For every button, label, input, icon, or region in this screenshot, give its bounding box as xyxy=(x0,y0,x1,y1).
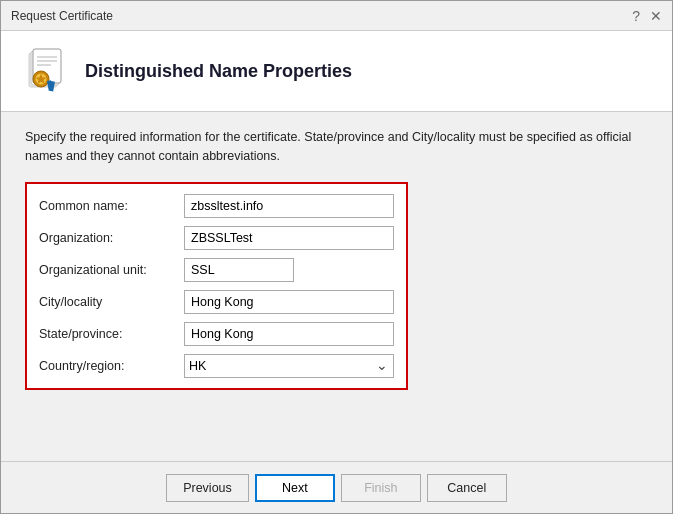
select-wrapper-country: HK US GB AU CA DE FR JP CN IN xyxy=(184,354,394,378)
form-row-organization: Organization: xyxy=(39,226,394,250)
close-button[interactable]: ✕ xyxy=(650,8,662,24)
input-state[interactable] xyxy=(184,322,394,346)
input-common-name[interactable] xyxy=(184,194,394,218)
body-section: Specify the required information for the… xyxy=(1,112,672,461)
label-state: State/province: xyxy=(39,327,184,341)
window: Request Certificate ? ✕ xyxy=(0,0,673,514)
next-button[interactable]: Next xyxy=(255,474,335,502)
description: Specify the required information for the… xyxy=(25,128,648,166)
form-row-state: State/province: xyxy=(39,322,394,346)
label-city: City/locality xyxy=(39,295,184,309)
label-organization: Organization: xyxy=(39,231,184,245)
input-org-unit[interactable] xyxy=(184,258,294,282)
form-row-country: Country/region: HK US GB AU CA DE FR JP … xyxy=(39,354,394,378)
select-country[interactable]: HK US GB AU CA DE FR JP CN IN xyxy=(184,354,394,378)
finish-button[interactable]: Finish xyxy=(341,474,421,502)
label-org-unit: Organizational unit: xyxy=(39,263,184,277)
window-title: Request Certificate xyxy=(11,9,113,23)
label-common-name: Common name: xyxy=(39,199,184,213)
title-bar-left: Request Certificate xyxy=(11,9,113,23)
help-button[interactable]: ? xyxy=(632,8,640,24)
label-country: Country/region: xyxy=(39,359,184,373)
form-container: Common name: Organization: Organizationa… xyxy=(25,182,408,390)
form-row-city: City/locality xyxy=(39,290,394,314)
certificate-icon xyxy=(21,47,69,95)
form-row-org-unit: Organizational unit: xyxy=(39,258,394,282)
form-row-common-name: Common name: xyxy=(39,194,394,218)
previous-button[interactable]: Previous xyxy=(166,474,249,502)
header-title: Distinguished Name Properties xyxy=(85,61,352,82)
title-bar-controls: ? ✕ xyxy=(632,8,662,24)
content: Distinguished Name Properties Specify th… xyxy=(1,31,672,461)
input-organization[interactable] xyxy=(184,226,394,250)
cancel-button[interactable]: Cancel xyxy=(427,474,507,502)
input-city[interactable] xyxy=(184,290,394,314)
footer-section: Previous Next Finish Cancel xyxy=(1,461,672,513)
header-section: Distinguished Name Properties xyxy=(1,31,672,112)
title-bar: Request Certificate ? ✕ xyxy=(1,1,672,31)
